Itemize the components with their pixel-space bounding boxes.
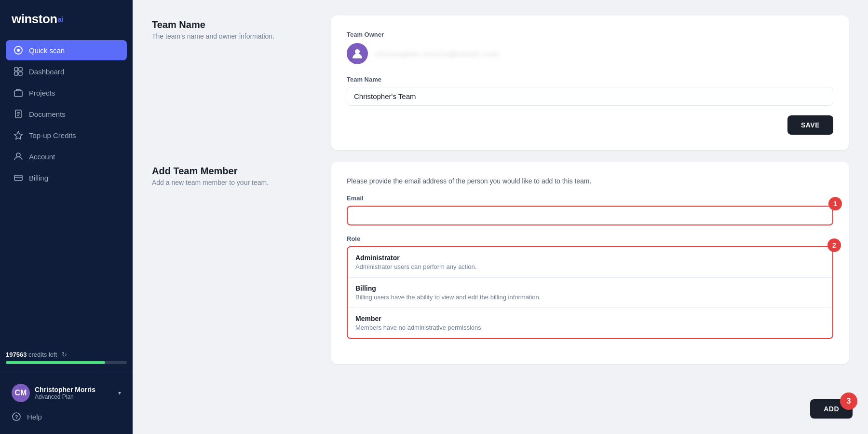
user-plan: Advanced Plan <box>35 393 113 400</box>
svg-rect-13 <box>14 175 22 181</box>
user-info: Christopher Morris Advanced Plan <box>35 386 113 400</box>
sidebar: winstonai Quick scan Dashb <box>0 0 133 434</box>
sidebar-item-projects[interactable]: Projects <box>6 83 127 103</box>
team-name-title: Team Name <box>152 19 316 30</box>
sidebar-item-top-up-credits[interactable]: Top-up Credits <box>6 125 127 145</box>
sidebar-item-quick-scan[interactable]: Quick scan <box>6 40 127 60</box>
sidebar-item-label: Dashboard <box>29 68 64 76</box>
dashboard-icon <box>14 67 23 76</box>
add-button-container: 3 ADD <box>810 399 853 419</box>
email-group: Email 1 <box>347 195 833 225</box>
brand-name: winston <box>12 12 57 27</box>
section-left-team-name: Team Name The team's name and owner info… <box>152 15 316 54</box>
team-name-subtitle: The team's name and owner information. <box>152 32 316 40</box>
scan-icon <box>14 45 23 55</box>
section-left-add-member: Add Team Member Add a new team member to… <box>152 162 316 200</box>
sidebar-item-label: Projects <box>29 89 55 97</box>
svg-rect-4 <box>14 72 18 75</box>
account-icon <box>14 152 23 161</box>
main-content: Team Name The team's name and owner info… <box>133 0 868 434</box>
add-member-title: Add Team Member <box>152 166 316 177</box>
role-desc: Billing users have the ability to view a… <box>355 294 825 301</box>
sidebar-item-label: Top-up Credits <box>29 131 76 140</box>
team-name-section: Team Name The team's name and owner info… <box>152 15 849 150</box>
documents-icon <box>14 109 23 119</box>
role-title: Member <box>355 315 825 322</box>
role-option-billing[interactable]: Billing Billing users have the ability t… <box>348 278 832 308</box>
sidebar-bottom: CM Christopher Morris Advanced Plan ▾ ? … <box>0 371 133 434</box>
role-dropdown[interactable]: Administrator Administrator users can pe… <box>347 246 833 339</box>
annotation-badge-3: 3 <box>840 392 857 410</box>
refresh-icon[interactable]: ↻ <box>62 351 67 358</box>
sidebar-item-documents[interactable]: Documents <box>6 104 127 124</box>
help-link[interactable]: ? Help <box>6 407 127 426</box>
annotation-badge-1: 1 <box>828 197 842 210</box>
sidebar-item-label: Billing <box>29 174 48 182</box>
sidebar-item-billing[interactable]: Billing <box>6 168 127 188</box>
user-profile[interactable]: CM Christopher Morris Advanced Plan ▾ <box>6 379 127 407</box>
billing-icon <box>14 173 23 182</box>
sidebar-item-label: Account <box>29 153 55 161</box>
help-label: Help <box>27 413 42 421</box>
credits-count: 197563 <box>6 351 27 358</box>
add-member-description: Please provide the email address of the … <box>347 177 833 185</box>
svg-rect-2 <box>14 68 18 71</box>
svg-text:?: ? <box>15 414 18 420</box>
owner-avatar <box>347 43 368 64</box>
role-label: Role <box>347 235 833 242</box>
add-member-section: Add Team Member Add a new team member to… <box>152 162 849 364</box>
sidebar-item-label: Documents <box>29 110 66 118</box>
credits-bar-fill <box>6 361 105 364</box>
credits-section: 197563 credits left ↻ <box>0 351 133 371</box>
add-member-card: Please provide the email address of the … <box>331 162 849 364</box>
credits-suffix: credits left <box>28 351 57 358</box>
avatar: CM <box>12 384 30 402</box>
add-member-subtitle: Add a new team member to your team. <box>152 179 316 186</box>
help-icon: ? <box>12 412 21 421</box>
email-label: Email <box>347 195 833 202</box>
logo: winstonai <box>0 0 133 36</box>
projects-icon <box>14 88 23 98</box>
role-group: Role Administrator Administrator users c… <box>347 235 833 339</box>
owner-email: christopher.morris@email.com <box>375 50 500 58</box>
sidebar-item-account[interactable]: Account <box>6 146 127 167</box>
save-button[interactable]: SAVE <box>787 115 833 135</box>
svg-rect-6 <box>14 91 22 97</box>
role-desc: Members have no administrative permissio… <box>355 324 825 331</box>
svg-rect-3 <box>19 68 22 71</box>
sidebar-nav: Quick scan Dashboard Project <box>0 36 133 351</box>
svg-marker-11 <box>14 131 23 140</box>
role-title: Billing <box>355 284 825 292</box>
team-name-input[interactable] <box>347 87 833 106</box>
email-input[interactable] <box>347 206 833 225</box>
team-owner-group: Team Owner christopher.morris@email.com <box>347 31 833 64</box>
team-name-label-field: Team Name <box>347 76 833 83</box>
role-option-administrator[interactable]: Administrator Administrator users can pe… <box>348 247 832 278</box>
user-name: Christopher Morris <box>35 386 113 393</box>
credits-bar <box>6 361 127 364</box>
svg-point-17 <box>355 49 360 54</box>
svg-point-12 <box>16 153 20 157</box>
role-title: Administrator <box>355 254 825 262</box>
team-owner-label: Team Owner <box>347 31 833 38</box>
sidebar-item-dashboard[interactable]: Dashboard <box>6 61 127 82</box>
chevron-down-icon: ▾ <box>118 390 121 396</box>
team-name-group: Team Name <box>347 76 833 106</box>
svg-rect-5 <box>19 72 22 75</box>
annotation-badge-2: 2 <box>827 238 841 252</box>
role-option-member[interactable]: Member Members have no administrative pe… <box>348 308 832 338</box>
credits-icon <box>14 130 23 140</box>
team-name-card: Team Owner christopher.morris@email.com … <box>331 15 849 150</box>
role-desc: Administrator users can perform any acti… <box>355 263 825 270</box>
svg-point-1 <box>17 49 20 52</box>
brand-suffix: ai <box>58 15 64 23</box>
sidebar-item-label: Quick scan <box>29 46 65 55</box>
